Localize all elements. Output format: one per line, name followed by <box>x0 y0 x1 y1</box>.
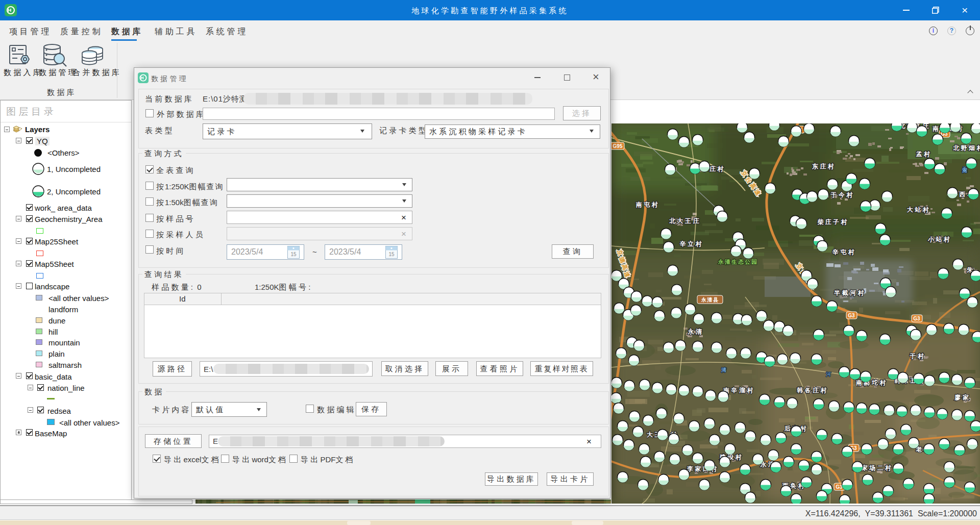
svg-text:永清县: 永清县 <box>701 297 719 303</box>
svg-text:大站村: 大站村 <box>907 206 930 213</box>
svg-text:小站村: 小站村 <box>927 236 951 243</box>
svg-text:北大王庄: 北大王庄 <box>669 217 701 224</box>
svg-text:辛屯村: 辛屯村 <box>832 248 856 256</box>
svg-text:南屯村: 南屯村 <box>635 201 659 208</box>
svg-text:永清: 永清 <box>688 328 704 335</box>
svg-text:G3: G3 <box>848 313 855 318</box>
svg-text:孟村: 孟村 <box>916 151 932 158</box>
svg-text:G3: G3 <box>913 316 920 321</box>
svg-text:柴庄子村: 柴庄子村 <box>817 218 849 226</box>
svg-text:南郝坨村: 南郝坨村 <box>855 379 888 386</box>
svg-text:辛立村: 辛立村 <box>679 240 703 247</box>
svg-text:15: 15 <box>290 252 297 257</box>
svg-text:G95: G95 <box>613 143 623 149</box>
svg-text:廖家: 廖家 <box>954 394 971 401</box>
svg-text:北野烟村: 北野烟村 <box>952 144 980 152</box>
svg-text:韩各庄村: 韩各庄村 <box>796 387 828 394</box>
svg-text:永清生态公园: 永清生态公园 <box>718 259 758 265</box>
svg-text:东庄村: 东庄村 <box>812 163 836 170</box>
svg-text:于村: 于村 <box>910 353 926 360</box>
svg-text:15: 15 <box>388 252 395 257</box>
svg-text:半截河村: 半截河村 <box>834 289 866 296</box>
